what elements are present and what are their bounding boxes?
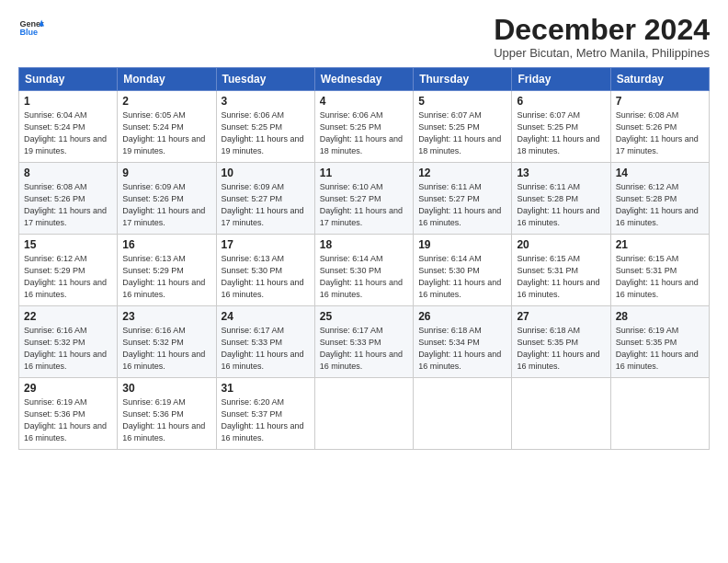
day-info: Sunrise: 6:20 AMSunset: 5:37 PMDaylight:… — [222, 396, 310, 444]
table-row: 31Sunrise: 6:20 AMSunset: 5:37 PMDayligh… — [216, 378, 314, 450]
calendar-week-row: 8Sunrise: 6:08 AMSunset: 5:26 PMDaylight… — [19, 163, 710, 235]
calendar-week-row: 15Sunrise: 6:12 AMSunset: 5:29 PMDayligh… — [19, 235, 710, 306]
day-info: Sunrise: 6:09 AMSunset: 5:27 PMDaylight:… — [222, 181, 310, 229]
day-number: 11 — [320, 167, 408, 179]
day-number: 15 — [24, 238, 112, 251]
day-info: Sunrise: 6:17 AMSunset: 5:33 PMDaylight:… — [222, 325, 310, 373]
day-info: Sunrise: 6:09 AMSunset: 5:26 PMDaylight:… — [122, 181, 210, 229]
table-row: 20Sunrise: 6:15 AMSunset: 5:31 PMDayligh… — [512, 235, 610, 306]
month-title: December 2024 — [494, 15, 710, 44]
day-number: 30 — [122, 382, 210, 395]
day-number: 16 — [122, 238, 210, 251]
day-info: Sunrise: 6:12 AMSunset: 5:29 PMDaylight:… — [24, 253, 112, 301]
calendar-week-row: 1Sunrise: 6:04 AMSunset: 5:24 PMDaylight… — [19, 91, 710, 163]
day-info: Sunrise: 6:11 AMSunset: 5:27 PMDaylight:… — [418, 181, 506, 229]
day-info: Sunrise: 6:08 AMSunset: 5:26 PMDaylight:… — [24, 181, 112, 229]
col-wednesday: Wednesday — [314, 68, 413, 91]
day-info: Sunrise: 6:19 AMSunset: 5:36 PMDaylight:… — [24, 396, 112, 444]
table-row: 27Sunrise: 6:18 AMSunset: 5:35 PMDayligh… — [512, 306, 610, 378]
day-number: 19 — [418, 238, 506, 251]
day-info: Sunrise: 6:12 AMSunset: 5:28 PMDaylight:… — [616, 181, 704, 229]
table-row: 18Sunrise: 6:14 AMSunset: 5:30 PMDayligh… — [314, 235, 413, 306]
logo: General Blue — [18, 15, 44, 40]
table-row: 10Sunrise: 6:09 AMSunset: 5:27 PMDayligh… — [216, 163, 314, 235]
table-row: 12Sunrise: 6:11 AMSunset: 5:27 PMDayligh… — [414, 163, 512, 235]
day-number: 5 — [418, 95, 506, 108]
day-number: 25 — [320, 310, 408, 323]
day-info: Sunrise: 6:05 AMSunset: 5:24 PMDaylight:… — [122, 109, 210, 157]
day-number: 24 — [222, 310, 310, 323]
day-number: 9 — [122, 167, 210, 179]
table-row: 2Sunrise: 6:05 AMSunset: 5:24 PMDaylight… — [118, 91, 216, 163]
calendar-header-row: Sunday Monday Tuesday Wednesday Thursday… — [19, 68, 710, 91]
table-row: 26Sunrise: 6:18 AMSunset: 5:34 PMDayligh… — [414, 306, 512, 378]
table-row: 19Sunrise: 6:14 AMSunset: 5:30 PMDayligh… — [414, 235, 512, 306]
table-row: 24Sunrise: 6:17 AMSunset: 5:33 PMDayligh… — [216, 306, 314, 378]
day-number: 1 — [24, 95, 112, 108]
table-row: 8Sunrise: 6:08 AMSunset: 5:26 PMDaylight… — [19, 163, 118, 235]
day-number: 26 — [418, 310, 506, 323]
table-row: 30Sunrise: 6:19 AMSunset: 5:36 PMDayligh… — [118, 378, 216, 450]
table-row: 17Sunrise: 6:13 AMSunset: 5:30 PMDayligh… — [216, 235, 314, 306]
day-number: 14 — [616, 167, 704, 179]
day-number: 12 — [418, 167, 506, 179]
calendar-week-row: 22Sunrise: 6:16 AMSunset: 5:32 PMDayligh… — [19, 306, 710, 378]
day-info: Sunrise: 6:17 AMSunset: 5:33 PMDaylight:… — [320, 325, 408, 373]
day-info: Sunrise: 6:14 AMSunset: 5:30 PMDaylight:… — [320, 253, 408, 301]
calendar-week-row: 29Sunrise: 6:19 AMSunset: 5:36 PMDayligh… — [19, 378, 710, 450]
day-info: Sunrise: 6:10 AMSunset: 5:27 PMDaylight:… — [320, 181, 408, 229]
day-number: 29 — [24, 382, 112, 395]
table-row — [414, 378, 512, 450]
table-row — [512, 378, 610, 450]
table-row: 23Sunrise: 6:16 AMSunset: 5:32 PMDayligh… — [118, 306, 216, 378]
col-thursday: Thursday — [414, 68, 512, 91]
day-number: 8 — [24, 167, 112, 179]
table-row: 16Sunrise: 6:13 AMSunset: 5:29 PMDayligh… — [118, 235, 216, 306]
table-row: 15Sunrise: 6:12 AMSunset: 5:29 PMDayligh… — [19, 235, 118, 306]
day-number: 31 — [222, 382, 310, 395]
day-number: 18 — [320, 238, 408, 251]
table-row: 4Sunrise: 6:06 AMSunset: 5:25 PMDaylight… — [314, 91, 413, 163]
table-row — [610, 378, 709, 450]
calendar-table: Sunday Monday Tuesday Wednesday Thursday… — [18, 67, 710, 450]
table-row: 5Sunrise: 6:07 AMSunset: 5:25 PMDaylight… — [414, 91, 512, 163]
subtitle: Upper Bicutan, Metro Manila, Philippines — [494, 46, 710, 60]
day-number: 2 — [122, 95, 210, 108]
table-row: 1Sunrise: 6:04 AMSunset: 5:24 PMDaylight… — [19, 91, 118, 163]
day-info: Sunrise: 6:07 AMSunset: 5:25 PMDaylight:… — [418, 109, 506, 157]
table-row: 6Sunrise: 6:07 AMSunset: 5:25 PMDaylight… — [512, 91, 610, 163]
day-info: Sunrise: 6:18 AMSunset: 5:34 PMDaylight:… — [418, 325, 506, 373]
table-row: 22Sunrise: 6:16 AMSunset: 5:32 PMDayligh… — [19, 306, 118, 378]
table-row: 7Sunrise: 6:08 AMSunset: 5:26 PMDaylight… — [610, 91, 709, 163]
table-row: 25Sunrise: 6:17 AMSunset: 5:33 PMDayligh… — [314, 306, 413, 378]
day-info: Sunrise: 6:19 AMSunset: 5:35 PMDaylight:… — [616, 325, 704, 373]
col-tuesday: Tuesday — [216, 68, 314, 91]
day-info: Sunrise: 6:18 AMSunset: 5:35 PMDaylight:… — [517, 325, 605, 373]
table-row — [314, 378, 413, 450]
day-info: Sunrise: 6:15 AMSunset: 5:31 PMDaylight:… — [517, 253, 605, 301]
day-info: Sunrise: 6:13 AMSunset: 5:29 PMDaylight:… — [122, 253, 210, 301]
table-row: 14Sunrise: 6:12 AMSunset: 5:28 PMDayligh… — [610, 163, 709, 235]
day-number: 21 — [616, 238, 704, 251]
day-number: 13 — [517, 167, 605, 179]
logo-icon: General Blue — [18, 15, 44, 40]
col-saturday: Saturday — [610, 68, 709, 91]
day-info: Sunrise: 6:04 AMSunset: 5:24 PMDaylight:… — [24, 109, 112, 157]
day-info: Sunrise: 6:13 AMSunset: 5:30 PMDaylight:… — [222, 253, 310, 301]
day-info: Sunrise: 6:19 AMSunset: 5:36 PMDaylight:… — [122, 396, 210, 444]
table-row: 21Sunrise: 6:15 AMSunset: 5:31 PMDayligh… — [610, 235, 709, 306]
day-info: Sunrise: 6:07 AMSunset: 5:25 PMDaylight:… — [517, 109, 605, 157]
day-info: Sunrise: 6:08 AMSunset: 5:26 PMDaylight:… — [616, 109, 704, 157]
day-info: Sunrise: 6:06 AMSunset: 5:25 PMDaylight:… — [222, 109, 310, 157]
day-number: 28 — [616, 310, 704, 323]
col-monday: Monday — [118, 68, 216, 91]
day-info: Sunrise: 6:06 AMSunset: 5:25 PMDaylight:… — [320, 109, 408, 157]
table-row: 29Sunrise: 6:19 AMSunset: 5:36 PMDayligh… — [19, 378, 118, 450]
col-friday: Friday — [512, 68, 610, 91]
day-info: Sunrise: 6:16 AMSunset: 5:32 PMDaylight:… — [24, 325, 112, 373]
table-row: 13Sunrise: 6:11 AMSunset: 5:28 PMDayligh… — [512, 163, 610, 235]
col-sunday: Sunday — [19, 68, 118, 91]
day-number: 4 — [320, 95, 408, 108]
table-row: 9Sunrise: 6:09 AMSunset: 5:26 PMDaylight… — [118, 163, 216, 235]
header: General Blue December 2024 Upper Bicutan… — [18, 15, 710, 60]
